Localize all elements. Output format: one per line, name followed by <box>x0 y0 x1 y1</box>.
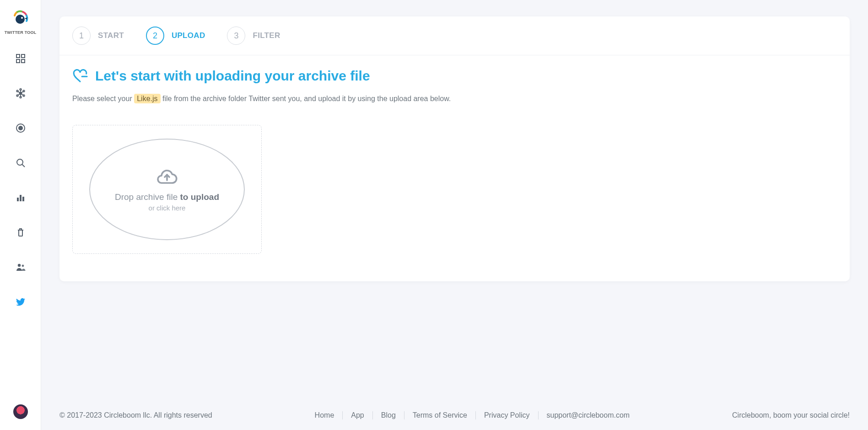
sidebar-nav <box>11 48 31 312</box>
footer-link-home[interactable]: Home <box>307 411 343 419</box>
step-number: 3 <box>227 27 245 45</box>
heart-icon <box>72 69 88 83</box>
footer-link-app[interactable]: App <box>343 411 372 419</box>
dashboard-icon <box>15 53 26 64</box>
network-icon <box>15 88 26 99</box>
step-number: 2 <box>146 27 164 45</box>
svg-rect-2 <box>16 54 20 58</box>
footer-link-blog[interactable]: Blog <box>373 411 404 419</box>
sidebar-item-friends[interactable] <box>11 257 31 277</box>
step-label: FILTER <box>253 31 280 40</box>
svg-rect-24 <box>20 195 22 201</box>
step-number: 1 <box>72 27 91 45</box>
svg-rect-4 <box>16 59 20 63</box>
sidebar-item-search[interactable] <box>11 153 31 173</box>
svg-line-22 <box>22 165 25 167</box>
footer-link-tos[interactable]: Terms of Service <box>404 411 475 419</box>
svg-point-27 <box>22 265 24 267</box>
step-upload[interactable]: 2 UPLOAD <box>146 27 205 45</box>
desc-pre: Please select your <box>72 95 134 102</box>
sidebar-item-dashboard[interactable] <box>11 48 31 69</box>
footer-copyright: © 2017-2023 Circleboom llc. All rights r… <box>59 411 212 419</box>
svg-point-0 <box>16 15 25 24</box>
brand-logo[interactable]: TWITTER TOOL <box>5 9 37 35</box>
sidebar: TWITTER TOOL <box>0 0 41 430</box>
sidebar-item-analytics[interactable] <box>11 188 31 208</box>
sidebar-item-target[interactable] <box>11 118 31 138</box>
svg-point-1 <box>21 17 23 19</box>
sidebar-item-delete[interactable] <box>11 222 31 242</box>
content-area: Let's start with uploading your archive … <box>59 55 850 281</box>
upload-dropzone[interactable]: Drop archive file to upload or click her… <box>72 125 262 254</box>
brand-label: TWITTER TOOL <box>5 30 37 35</box>
desc-post: file from the archive folder Twitter sen… <box>162 95 451 102</box>
sidebar-item-circle[interactable] <box>11 83 31 103</box>
footer-link-support[interactable]: support@circleboom.com <box>539 411 638 419</box>
footer-links: Home App Blog Terms of Service Privacy P… <box>307 411 638 419</box>
drop-primary-text: Drop archive file to upload <box>115 192 219 202</box>
drop-secondary-text: or click here <box>149 204 186 212</box>
svg-rect-25 <box>22 197 24 201</box>
svg-rect-5 <box>22 59 25 63</box>
headline-row: Let's start with uploading your archive … <box>72 68 837 84</box>
dropzone-inner: Drop archive file to upload or click her… <box>89 139 245 240</box>
footer: © 2017-2023 Circleboom llc. All rights r… <box>41 401 868 430</box>
svg-point-26 <box>17 264 20 267</box>
search-icon <box>15 157 26 168</box>
svg-point-20 <box>19 126 22 130</box>
filename-highlight: Like.js <box>134 94 160 103</box>
cloud-upload-icon <box>156 167 178 186</box>
step-label: START <box>98 31 124 40</box>
step-label: UPLOAD <box>172 31 205 40</box>
svg-rect-3 <box>22 54 25 58</box>
page-title: Let's start with uploading your archive … <box>95 68 370 84</box>
footer-tagline: Circleboom, boom your social circle! <box>732 411 850 419</box>
people-icon <box>15 262 26 273</box>
main-content: 1 START 2 UPLOAD 3 FILTER Let's start wi… <box>41 0 868 281</box>
logo-icon <box>11 9 29 27</box>
svg-rect-23 <box>17 198 19 201</box>
trash-icon <box>15 227 26 238</box>
footer-link-privacy[interactable]: Privacy Policy <box>476 411 538 419</box>
bar-chart-icon <box>15 192 26 203</box>
svg-point-21 <box>17 159 23 165</box>
user-avatar[interactable] <box>13 404 28 419</box>
stepper: 1 START 2 UPLOAD 3 FILTER <box>59 16 850 55</box>
wizard-card: 1 START 2 UPLOAD 3 FILTER Let's start wi… <box>59 16 850 281</box>
target-icon <box>15 123 26 134</box>
step-start[interactable]: 1 START <box>72 27 124 45</box>
step-filter[interactable]: 3 FILTER <box>227 27 280 45</box>
instructions-text: Please select your Like.js file from the… <box>72 95 837 103</box>
sidebar-item-twitter[interactable] <box>11 292 31 312</box>
twitter-icon <box>15 296 26 307</box>
